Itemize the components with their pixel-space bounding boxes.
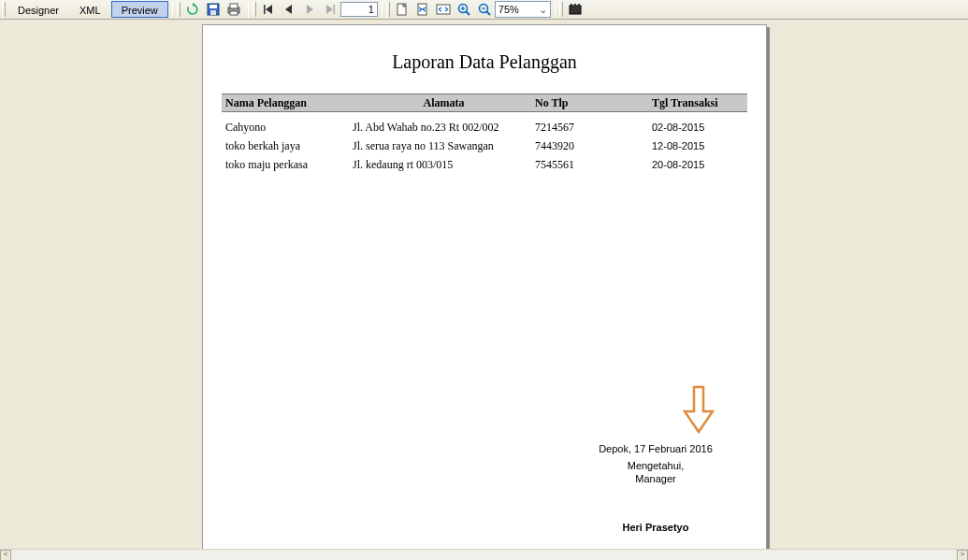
cell-nama: toko maju perkasa <box>222 158 353 172</box>
cell-nama: Cahyono <box>222 121 353 135</box>
svg-rect-5 <box>230 11 238 15</box>
actual-size-icon[interactable] <box>393 1 412 18</box>
chevron-down-icon: ⌄ <box>537 4 550 16</box>
table-row: Cahyono Jl. Abd Wahab no.23 Rt 002/002 7… <box>222 118 747 136</box>
sign-name: Heri Prasetyo <box>562 522 749 533</box>
grip-handle <box>2 2 6 17</box>
zoom-select[interactable]: 75% ⌄ <box>495 1 551 18</box>
cell-tgl: 12-08-2015 <box>652 140 736 151</box>
sign-role: Manager <box>562 473 749 484</box>
refresh-icon[interactable] <box>183 1 202 18</box>
cell-tlp: 7214567 <box>535 121 652 135</box>
svg-rect-2 <box>210 10 216 15</box>
grip-handle <box>559 2 563 17</box>
svg-rect-6 <box>264 5 266 14</box>
svg-rect-1 <box>209 5 217 8</box>
cell-tgl: 20-08-2015 <box>652 159 736 170</box>
cell-tlp: 7443920 <box>535 139 652 153</box>
sign-acknowledge: Mengetahui, <box>562 460 749 471</box>
tab-designer[interactable]: Designer <box>7 1 69 18</box>
tab-preview[interactable]: Preview <box>111 1 168 18</box>
cell-nama: toko berkah jaya <box>222 139 353 153</box>
page-number-input[interactable] <box>340 2 378 17</box>
horizontal-scrollbar[interactable]: < > <box>0 549 968 560</box>
grip-handle <box>177 2 181 17</box>
last-page-icon[interactable] <box>321 1 340 18</box>
zoom-out-icon[interactable] <box>475 1 494 18</box>
main-toolbar: Designer XML Preview 75% ⌄ <box>0 0 968 20</box>
sign-place-date: Depok, 17 Februari 2016 <box>562 443 749 454</box>
svg-rect-20 <box>574 4 576 7</box>
svg-rect-4 <box>230 4 238 8</box>
col-header-tlp: No Tlp <box>535 96 652 110</box>
cell-alamat: Jl. serua raya no 113 Sawangan <box>353 139 535 153</box>
col-header-nama: Nama Pelanggan <box>222 96 353 110</box>
report-table: Nama Pelanggan Alamata No Tlp Tgl Transa… <box>222 93 747 174</box>
fit-width-icon[interactable] <box>434 1 453 18</box>
cell-tgl: 02-08-2015 <box>652 122 736 133</box>
table-header-row: Nama Pelanggan Alamata No Tlp Tgl Transa… <box>222 93 747 112</box>
col-header-alamat: Alamata <box>353 96 535 110</box>
first-page-icon[interactable] <box>259 1 278 18</box>
zoom-value: 75% <box>498 4 519 15</box>
table-row: toko berkah jaya Jl. serua raya no 113 S… <box>222 136 747 155</box>
tab-xml[interactable]: XML <box>69 1 111 18</box>
cell-alamat: Jl. Abd Wahab no.23 Rt 002/002 <box>353 121 535 135</box>
save-icon[interactable] <box>204 1 223 18</box>
report-page: Laporan Data Pelanggan Nama Pelanggan Al… <box>202 24 767 549</box>
scroll-left-icon[interactable]: < <box>0 550 11 560</box>
prev-page-icon[interactable] <box>280 1 298 18</box>
print-icon[interactable] <box>224 1 243 18</box>
svg-rect-18 <box>570 6 581 14</box>
cell-alamat: Jl. kedaung rt 003/015 <box>353 158 535 172</box>
grip-handle <box>386 2 390 17</box>
fit-page-icon[interactable] <box>413 1 432 18</box>
col-header-tgl: Tgl Transaksi <box>652 96 736 110</box>
grip-handle <box>253 2 256 17</box>
arrow-down-annotation <box>683 385 715 434</box>
run-icon[interactable] <box>566 1 585 18</box>
zoom-in-icon[interactable] <box>455 1 473 18</box>
svg-rect-7 <box>333 5 335 14</box>
table-row: toko maju perkasa Jl. kedaung rt 003/015… <box>222 155 747 174</box>
preview-workspace: Laporan Data Pelanggan Nama Pelanggan Al… <box>0 20 968 549</box>
svg-line-16 <box>486 11 490 15</box>
scroll-right-icon[interactable]: > <box>957 550 968 560</box>
signature-block: Depok, 17 Februari 2016 Mengetahui, Mana… <box>562 441 749 535</box>
svg-rect-21 <box>578 4 580 7</box>
next-page-icon[interactable] <box>300 1 319 18</box>
report-title: Laporan Data Pelanggan <box>203 51 766 73</box>
svg-line-12 <box>466 11 470 15</box>
svg-rect-19 <box>571 4 572 7</box>
cell-tlp: 7545561 <box>535 158 652 172</box>
